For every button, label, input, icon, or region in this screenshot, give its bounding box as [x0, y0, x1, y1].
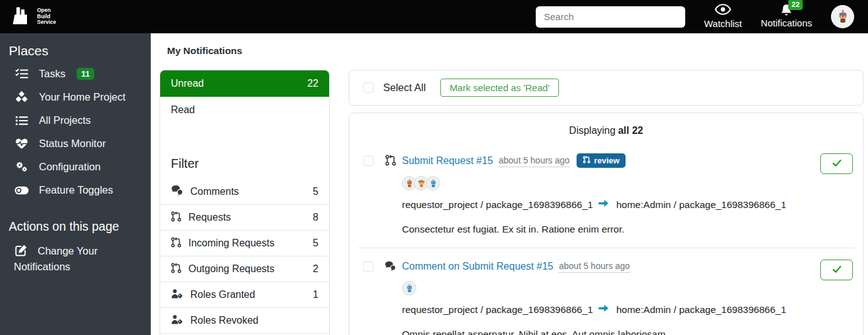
user-tag-icon [171, 288, 183, 302]
pull-request-icon [171, 237, 182, 250]
bell-icon [780, 8, 793, 19]
sidebar-item-label: Tasks [39, 68, 65, 80]
sidebar-item-status-monitor[interactable]: Status Monitor [0, 132, 151, 155]
filter-label: Roles Granted [190, 289, 255, 300]
eye-icon [715, 4, 731, 18]
sidebar-item-your-home-project[interactable]: Your Home Project [0, 85, 151, 109]
pen-to-square-icon [14, 244, 29, 256]
places-heading: Places [0, 33, 151, 62]
source-project-package: requestor_project / package_1698396866_1 [402, 304, 593, 316]
toggle-icon [14, 186, 29, 195]
filter-label: Outgoing Requests [188, 263, 274, 275]
watchlist-label: Watchlist [704, 18, 742, 30]
check-icon [832, 265, 842, 276]
obs-home-link[interactable]: Open Build Service [10, 5, 61, 29]
comments-icon [171, 185, 183, 199]
request-path: requestor_project / package_1698396866_1… [402, 199, 813, 211]
reviewer-avatars [402, 176, 813, 190]
sidebar-item-tasks[interactable]: Tasks 11 [0, 62, 151, 85]
sidebar-item-label: All Projects [39, 114, 91, 126]
notification-excerpt: Consectetur est fugiat. Ex sit in. Ratio… [402, 224, 813, 235]
check-icon [832, 158, 842, 170]
notifications-list: Displayingall 22 [349, 113, 864, 335]
filter-label: Incoming Requests [188, 238, 274, 249]
notification-title-link[interactable]: Submit Request #15 [402, 155, 493, 167]
cubes-icon [14, 91, 29, 103]
main-content: My Notifications Unread 22 Read Filter [151, 33, 868, 335]
filter-roles-granted[interactable]: Roles Granted 1 [160, 282, 329, 308]
list-icon [14, 115, 29, 126]
user-tag-icon [171, 314, 183, 327]
arrow-right-icon [599, 199, 610, 211]
sidebar-item-label: Configuration [39, 161, 100, 173]
notifications-button[interactable]: 22 Notifications [761, 4, 812, 30]
pull-request-icon [171, 211, 182, 224]
filter-spacer [160, 123, 329, 151]
filter-count: 2 [313, 263, 318, 275]
sidebar-item-all-projects[interactable]: All Projects [0, 109, 151, 132]
filter-read[interactable]: Read [160, 97, 329, 123]
filter-label: Unread [171, 78, 203, 89]
notification-checkbox[interactable] [363, 155, 374, 166]
pull-request-icon [583, 156, 590, 165]
gears-icon [14, 161, 29, 173]
commenter-avatars [402, 281, 813, 295]
sidebar-item-change-notifications[interactable]: Change Your Notifications [0, 238, 151, 280]
filter-count: 5 [313, 238, 318, 249]
filter-comments[interactable]: Comments 5 [160, 179, 329, 205]
filter-label: Roles Revoked [190, 315, 259, 326]
notification-excerpt: Omnis repellat aspernatur. Nihil at eos.… [402, 329, 813, 335]
heart-pulse-icon [14, 138, 29, 150]
selection-toolbar: Select All Mark selected as 'Read' [349, 70, 864, 106]
notification-time: about 5 hours ago [559, 260, 630, 273]
filter-incoming-requests[interactable]: Incoming Requests 5 [160, 231, 329, 256]
user-avatar[interactable] [402, 281, 416, 295]
request-path: requestor_project / package_1698396866_1… [402, 304, 813, 316]
comments-icon [384, 261, 396, 272]
filter-label: Requests [188, 212, 231, 223]
user-avatar[interactable] [831, 5, 854, 28]
review-badge: review [577, 153, 626, 168]
notification-row: Comment on Submit Request #15 about 5 ho… [349, 248, 863, 335]
filter-unread[interactable]: Unread 22 [160, 70, 329, 97]
filter-panel: Unread 22 Read Filter [160, 70, 330, 335]
sidebar: Places Tasks 11 Your Home Project [0, 33, 151, 335]
watchlist-button[interactable]: Watchlist [704, 4, 742, 30]
notification-title-link[interactable]: Comment on Submit Request #15 [402, 261, 553, 272]
arrow-right-icon [599, 304, 610, 316]
target-project-package: home:Admin / package_1698396866_1 [616, 199, 786, 211]
sidebar-item-label: Status Monitor [39, 138, 106, 150]
select-all-checkbox[interactable] [363, 82, 374, 93]
sidebar-item-label: Your Home Project [39, 91, 126, 103]
filter-label: Read [171, 104, 195, 116]
notifications-label: Notifications [761, 18, 812, 30]
actions-heading: Actions on this page [0, 202, 151, 238]
target-project-package: home:Admin / package_1698396866_1 [616, 304, 786, 316]
notification-checkbox[interactable] [363, 261, 374, 272]
sidebar-item-configuration[interactable]: Configuration [0, 155, 151, 178]
filter-outgoing-requests[interactable]: Outgoing Requests 2 [160, 256, 329, 282]
select-all-label: Select All [383, 82, 426, 94]
mark-read-check-button[interactable] [820, 260, 853, 280]
filter-label: Comments [190, 186, 239, 197]
logo-text: Open Build Service [37, 8, 61, 25]
notifications-count-badge: 22 [788, 0, 803, 10]
mark-read-check-button[interactable] [820, 153, 853, 174]
pull-request-icon [384, 155, 396, 166]
filter-count: 1 [313, 289, 318, 300]
filter-count: 8 [313, 212, 318, 223]
search-input[interactable] [536, 6, 685, 28]
list-check-icon [14, 68, 29, 80]
filter-roles-revoked[interactable]: Roles Revoked [160, 308, 329, 334]
sidebar-item-feature-toggles[interactable]: Feature Toggles [0, 178, 151, 202]
tasks-count-badge: 11 [77, 68, 94, 80]
source-project-package: requestor_project / package_1698396866_1 [402, 199, 593, 211]
mark-read-button[interactable]: Mark selected as 'Read' [440, 79, 559, 97]
user-avatar[interactable] [426, 176, 440, 190]
filter-requests[interactable]: Requests 8 [160, 205, 329, 231]
displaying-summary: Displayingall 22 [349, 113, 863, 136]
page-title: My Notifications [167, 45, 868, 57]
notification-time: about 5 hours ago [499, 154, 570, 167]
factory-logo-icon [10, 5, 33, 29]
sidebar-item-label: Feature Toggles [39, 184, 113, 196]
